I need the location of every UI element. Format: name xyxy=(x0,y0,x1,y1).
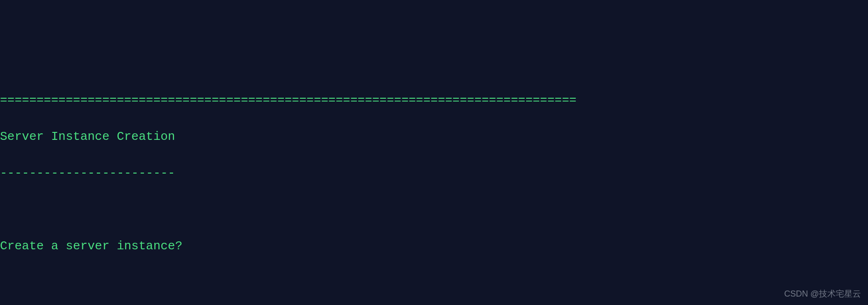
blank-line xyxy=(0,201,868,219)
question-text: Create a server instance? xyxy=(0,237,868,255)
title-underline: ------------------------ xyxy=(0,164,868,182)
blank-line xyxy=(0,274,868,292)
terminal-output: ========================================… xyxy=(0,73,868,305)
section-title: Server Instance Creation xyxy=(0,128,868,146)
watermark-text: CSDN @技术宅星云 xyxy=(784,288,861,300)
separator-line: ========================================… xyxy=(0,91,868,109)
